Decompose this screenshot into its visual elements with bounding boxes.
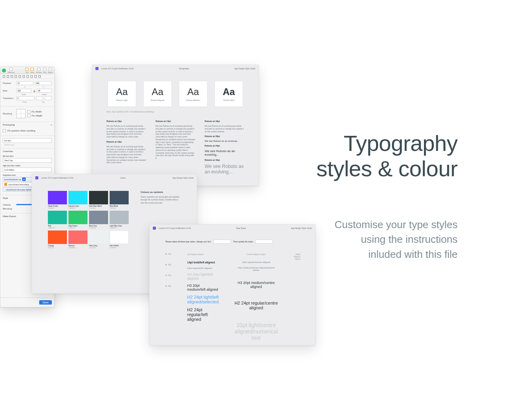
headline-block: Typography styles & colour Customise you… [316,131,458,262]
typo-column-1: Roboto at 10pt We see Roboto as an evolv… [106,120,146,175]
colour-swatch[interactable]: Teal#1ABC9C [48,211,68,229]
headline-subtitle: Customise your type styles using the ins… [327,217,458,262]
app-icon [35,176,38,179]
typo-column-3: Roboto at 16pt We see Roboto as an evolv… [205,120,244,175]
font-card-medium: AaRoboto Medium [179,81,207,107]
inspector-toolbar: Difference Link Cloud Preview View Expor… [0,67,54,74]
colour-swatch[interactable]: Violet Purple#6933FF [48,191,68,209]
colour-swatch[interactable]: Dark Blue Black#2D3436 [89,191,109,209]
app-icon [153,227,156,230]
fix-height-checkbox[interactable] [27,114,30,117]
size-h-field[interactable]: 48 [37,89,52,93]
centre-aligned-styles: Centre Aligned Styles 14pt regular/centr… [234,253,278,341]
colour-swatch[interactable]: Salmon#FF6B6B [68,231,88,249]
colour-swatch[interactable]: Faint White#FFFFFF [110,231,129,249]
position-x-field[interactable]: 10 [16,81,33,85]
align-bar[interactable] [0,74,54,79]
toolbar-export[interactable]: Export [48,68,53,73]
right-text-override[interactable]: 0-10 Million [3,168,52,172]
fix-width-checkbox[interactable] [27,110,30,113]
fix-scroll-checkbox[interactable] [3,129,6,132]
colour-swatch[interactable]: Orange#FF5722 [48,231,68,249]
font-select[interactable] [213,240,231,244]
update-styles-button[interactable] [255,240,273,244]
list-item-select[interactable]: list item⌄ [3,138,52,143]
transform-field[interactable]: 0 [16,96,34,100]
font-card-regular: AaRoboto Regular [143,81,172,107]
toolbar-link[interactable]: Link [25,68,28,73]
app-icon [95,67,99,70]
toolbar-cloud[interactable]: Cloud [30,68,34,73]
resize-pin-box[interactable] [16,109,26,118]
colour-swatches: Violet Purple#6933FFIntense Cyan#1DE3FED… [48,191,129,249]
colour-swatch[interactable]: Blue Black#3E5062 [110,191,129,209]
toolbar-preview[interactable]: Preview [36,68,42,73]
position-section: Position 10 668 XY Size 328 🔒 48 WidthHe… [0,79,54,107]
toolbar-view[interactable]: View [43,68,47,73]
colour-swatch[interactable]: Light Blue Grey#B2BEC3 [110,211,129,229]
typo-column-2: Roboto at 14pt We see Roboto as an evolv… [156,120,195,175]
save-button[interactable]: Save [39,300,52,305]
font-card-bold: AaRoboto Bold [215,81,243,107]
position-y-field[interactable]: 668 [35,81,52,85]
colour-swatch[interactable]: Intense Cyan#1DE3FE [68,191,88,209]
breadcrumb: Style › App Guidelines (iOS) › Front/Mat… [92,107,258,113]
prototyping-header: Prototyping+ [0,122,54,127]
font-card-light: AaRoboto Light [108,81,136,107]
left-aligned-styles: Left Aligned Styles 14pt bold/left align… [187,253,219,341]
headline-title: Typography styles & colour [316,131,458,182]
colour-swatch[interactable]: Faint Grey#ECF0F1 [89,231,109,249]
right-aligned-styles: Right Aligned Styles [294,253,300,341]
resizing-section: Resizing Fix Width Fix Height [0,107,54,122]
colour-swatch[interactable]: Zing Green#2ECC71 [68,211,88,229]
styles-size-gutter: 14pt 20pt 24pt 33pt [165,253,171,341]
type-styles-artboard: Lumen ICO Crypto Notification UI Kit Typ… [149,224,315,345]
left-text-override[interactable]: Hard Cap [3,158,52,163]
colour-swatch[interactable]: Blue Grey#7F8C9B [89,211,109,229]
size-w-field[interactable]: 328 [16,89,31,93]
typography-artboard: Lumen ICO Crypto Notification UI Kit Typ… [92,65,259,186]
toolbar-difference[interactable]: Difference [8,68,15,73]
